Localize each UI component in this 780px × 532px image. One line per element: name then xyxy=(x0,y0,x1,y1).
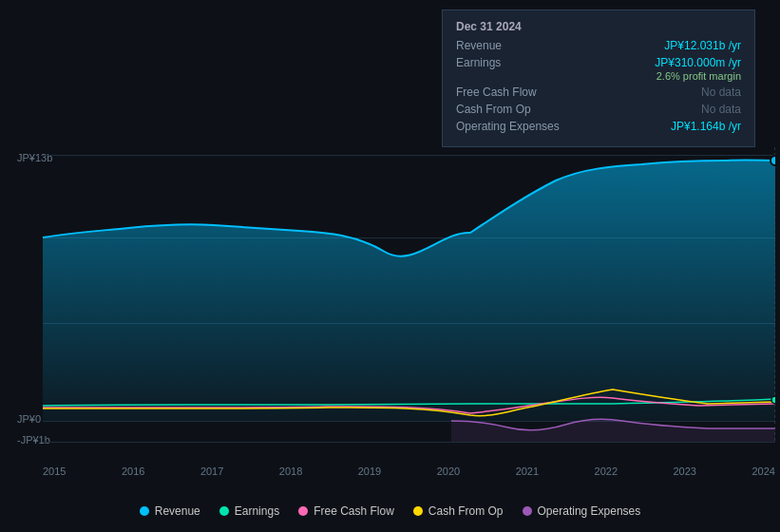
y-label-zero: JP¥0 xyxy=(17,413,41,425)
legend-label-fcf: Free Cash Flow xyxy=(314,504,394,518)
legend-item-earnings[interactable]: Earnings xyxy=(219,504,279,518)
tooltip-label-earnings: Earnings xyxy=(456,56,570,69)
legend-item-cashfromop[interactable]: Cash From Op xyxy=(413,504,504,518)
grid-line-neg xyxy=(43,442,775,443)
x-label-2024: 2024 xyxy=(751,466,774,477)
tooltip-date: Dec 31 2024 xyxy=(456,20,741,33)
legend-label-opex: Operating Expenses xyxy=(538,504,641,518)
legend-dot-earnings xyxy=(219,506,229,516)
x-label-2021: 2021 xyxy=(516,466,539,477)
x-label-2017: 2017 xyxy=(200,466,223,477)
svg-point-1 xyxy=(770,156,775,165)
tooltip-row-earnings: Earnings JP¥310.000m /yr xyxy=(456,56,741,69)
chart-svg xyxy=(43,147,775,442)
tooltip-row-cashfromop: Cash From Op No data xyxy=(456,103,741,116)
legend-label-earnings: Earnings xyxy=(235,504,279,518)
tooltip-row-revenue: Revenue JP¥12.031b /yr xyxy=(456,39,741,52)
tooltip-panel: Dec 31 2024 Revenue JP¥12.031b /yr Earni… xyxy=(442,10,755,147)
profit-margin-value: 2.6% profit margin xyxy=(656,70,741,82)
legend-dot-cashfromop xyxy=(413,506,423,516)
tooltip-row-opex: Operating Expenses JP¥1.164b /yr xyxy=(456,120,741,133)
legend-label-revenue: Revenue xyxy=(155,504,200,518)
tooltip-row-fcf: Free Cash Flow No data xyxy=(456,86,741,99)
x-label-2015: 2015 xyxy=(43,466,66,477)
legend-dot-fcf xyxy=(298,506,308,516)
tooltip-label-revenue: Revenue xyxy=(456,39,570,52)
legend-dot-revenue xyxy=(140,506,149,516)
legend-item-fcf[interactable]: Free Cash Flow xyxy=(298,504,394,518)
x-label-2020: 2020 xyxy=(437,466,460,477)
tooltip-value-fcf: No data xyxy=(701,86,741,99)
svg-point-2 xyxy=(771,396,775,404)
legend-item-opex[interactable]: Operating Expenses xyxy=(523,504,641,518)
x-axis: 2015 2016 2017 2018 2019 2020 2021 2022 … xyxy=(43,466,775,477)
x-label-2022: 2022 xyxy=(595,466,618,477)
legend-dot-opex xyxy=(523,506,532,516)
profit-margin-row: 2.6% profit margin xyxy=(456,70,741,82)
x-label-2018: 2018 xyxy=(279,466,302,477)
tooltip-value-earnings: JP¥310.000m /yr xyxy=(655,56,741,69)
tooltip-label-opex: Operating Expenses xyxy=(456,120,570,133)
x-label-2019: 2019 xyxy=(358,466,381,477)
legend-label-cashfromop: Cash From Op xyxy=(428,504,504,518)
tooltip-label-fcf: Free Cash Flow xyxy=(456,86,570,99)
tooltip-label-cashfromop: Cash From Op xyxy=(456,103,570,116)
tooltip-value-cashfromop: No data xyxy=(701,103,741,116)
x-label-2023: 2023 xyxy=(674,466,696,477)
tooltip-value-opex: JP¥1.164b /yr xyxy=(671,120,741,133)
legend-item-revenue[interactable]: Revenue xyxy=(140,504,200,518)
legend: Revenue Earnings Free Cash Flow Cash Fro… xyxy=(0,504,780,518)
x-label-2016: 2016 xyxy=(122,466,144,477)
tooltip-value-revenue: JP¥12.031b /yr xyxy=(664,39,741,52)
